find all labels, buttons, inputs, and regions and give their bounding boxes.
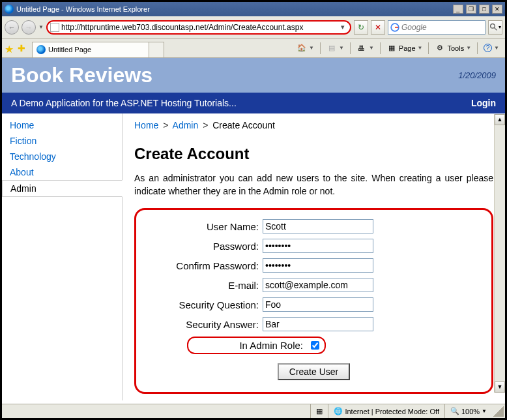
site-banner: Book Reviews 1/20/2009 xyxy=(2,58,505,93)
zoom-icon: 🔍 xyxy=(450,407,459,415)
admin-role-label: In Admin Role: xyxy=(194,340,307,351)
status-bar: ▦ 🌐 Internet | Protected Mode: Off 🔍 100… xyxy=(2,404,505,418)
minimize-button[interactable]: _ xyxy=(453,5,463,14)
breadcrumb: Home > Admin > Create Account xyxy=(134,120,493,130)
add-favorite-icon[interactable]: ✚ xyxy=(18,43,28,53)
confirm-password-input[interactable] xyxy=(263,258,373,273)
tab-page-icon xyxy=(36,45,46,54)
sidebar-item-about[interactable]: About xyxy=(2,164,122,180)
create-user-button[interactable]: Create User xyxy=(278,363,350,380)
sidebar-item-fiction[interactable]: Fiction xyxy=(2,133,122,149)
print-button[interactable]: 🖶▼ xyxy=(353,41,377,55)
stop-button[interactable]: ✕ xyxy=(371,20,385,35)
site-date: 1/20/2009 xyxy=(458,70,496,80)
nav-toolbar: ← → ▼ ▾ ↻ ✕ ▾ xyxy=(2,16,505,38)
admin-role-group: In Admin Role: xyxy=(187,337,326,354)
sidebar-item-technology[interactable]: Technology xyxy=(2,149,122,164)
forward-button[interactable]: → xyxy=(22,20,36,35)
window-buttons: _ ❐ □ ✕ xyxy=(452,5,502,14)
zoom-control[interactable]: 🔍 100% ▼ xyxy=(444,404,492,418)
security-question-input[interactable] xyxy=(263,297,373,312)
tools-menu-button[interactable]: ⚙Tools▼ xyxy=(431,41,474,55)
svg-line-2 xyxy=(494,27,497,30)
page-menu-button[interactable]: ▦Page▼ xyxy=(383,41,426,55)
main-content: Home > Admin > Create Account Create Acc… xyxy=(123,113,505,400)
create-user-form: User Name: Password: Confirm Password: E… xyxy=(134,208,493,394)
url-input[interactable] xyxy=(61,22,338,33)
url-dropdown-icon[interactable]: ▾ xyxy=(338,23,347,31)
security-answer-input[interactable] xyxy=(263,317,373,331)
password-input[interactable] xyxy=(263,239,373,253)
scroll-up-button[interactable]: ▲ xyxy=(495,114,505,125)
favorites-icon[interactable]: ★ xyxy=(5,43,15,53)
browser-tab[interactable]: Untitled Page xyxy=(32,42,149,57)
confirm-password-label: Confirm Password: xyxy=(149,260,263,271)
resize-grip[interactable] xyxy=(493,406,504,417)
command-bar: 🏠▼ ▤▼ 🖶▼ ▦Page▼ ⚙Tools▼ ?▼ xyxy=(293,41,502,55)
breadcrumb-home[interactable]: Home xyxy=(134,120,158,130)
status-cell-1: ▦ xyxy=(310,404,328,418)
maximize-button[interactable]: □ xyxy=(479,5,489,14)
breadcrumb-admin[interactable]: Admin xyxy=(173,120,199,130)
restore-button[interactable]: ❐ xyxy=(466,5,476,14)
security-question-label: Security Question: xyxy=(149,299,263,310)
tab-toolbar: ★ ✚ Untitled Page 🏠▼ ▤▼ 🖶▼ ▦Page▼ ⚙Tools… xyxy=(2,38,505,58)
print-icon: 🖶 xyxy=(356,43,367,53)
login-link[interactable]: Login xyxy=(471,98,496,108)
page-heading: Create Account xyxy=(134,145,493,163)
search-button[interactable]: ▾ xyxy=(488,20,502,35)
page-icon xyxy=(50,23,59,32)
nav-dropdown-icon[interactable]: ▼ xyxy=(38,24,44,30)
vertical-scrollbar[interactable]: ▲ ▼ xyxy=(494,114,505,393)
window-title: Untitled Page - Windows Internet Explore… xyxy=(16,5,452,13)
breadcrumb-current: Create Account xyxy=(212,120,275,130)
sidebar-nav: Home Fiction Technology About Admin xyxy=(2,113,123,400)
site-tagline: A Demo Application for the ASP.NET Hosti… xyxy=(11,98,471,108)
ie-icon xyxy=(5,5,14,14)
password-label: Password: xyxy=(149,241,263,252)
page-viewport: Book Reviews 1/20/2009 A Demo Applicatio… xyxy=(2,58,505,407)
help-icon: ? xyxy=(484,44,492,52)
window-titlebar: Untitled Page - Windows Internet Explore… xyxy=(2,2,505,16)
admin-role-checkbox[interactable] xyxy=(311,341,319,350)
feeds-button[interactable]: ▤▼ xyxy=(323,41,347,55)
address-bar[interactable]: ▾ xyxy=(46,20,351,35)
svg-point-1 xyxy=(491,24,495,29)
new-tab-button[interactable] xyxy=(149,42,164,57)
refresh-button[interactable]: ↻ xyxy=(354,20,368,35)
globe-icon: 🌐 xyxy=(334,407,343,415)
tab-label: Untitled Page xyxy=(48,46,91,53)
username-label: User Name: xyxy=(149,221,263,232)
rss-icon: ▤ xyxy=(326,43,337,53)
page-menu-icon: ▦ xyxy=(386,43,397,53)
security-answer-label: Security Answer: xyxy=(149,319,263,330)
site-title: Book Reviews xyxy=(11,63,458,87)
search-box[interactable] xyxy=(388,20,485,35)
internet-zone[interactable]: 🌐 Internet | Protected Mode: Off xyxy=(328,404,444,418)
scroll-down-button[interactable]: ▼ xyxy=(495,382,505,393)
status-icon: ▦ xyxy=(316,407,323,415)
site-subbar: A Demo Application for the ASP.NET Hosti… xyxy=(2,93,505,113)
email-input[interactable] xyxy=(263,278,373,292)
email-label: E-mail: xyxy=(149,280,263,291)
google-icon xyxy=(390,23,399,32)
zoom-level: 100% xyxy=(461,408,480,415)
sidebar-item-home[interactable]: Home xyxy=(2,117,122,133)
help-button[interactable]: ?▼ xyxy=(480,41,502,55)
close-button[interactable]: ✕ xyxy=(492,5,502,14)
back-button[interactable]: ← xyxy=(5,20,19,35)
intro-text: As an administrator you can add new user… xyxy=(134,172,493,198)
zone-label: Internet | Protected Mode: Off xyxy=(345,408,439,415)
search-input[interactable] xyxy=(401,23,467,32)
username-input[interactable] xyxy=(263,219,373,233)
home-icon: 🏠 xyxy=(297,43,307,53)
home-button[interactable]: 🏠▼ xyxy=(293,41,317,55)
sidebar-item-admin[interactable]: Admin xyxy=(2,180,123,197)
gear-icon: ⚙ xyxy=(435,43,445,53)
